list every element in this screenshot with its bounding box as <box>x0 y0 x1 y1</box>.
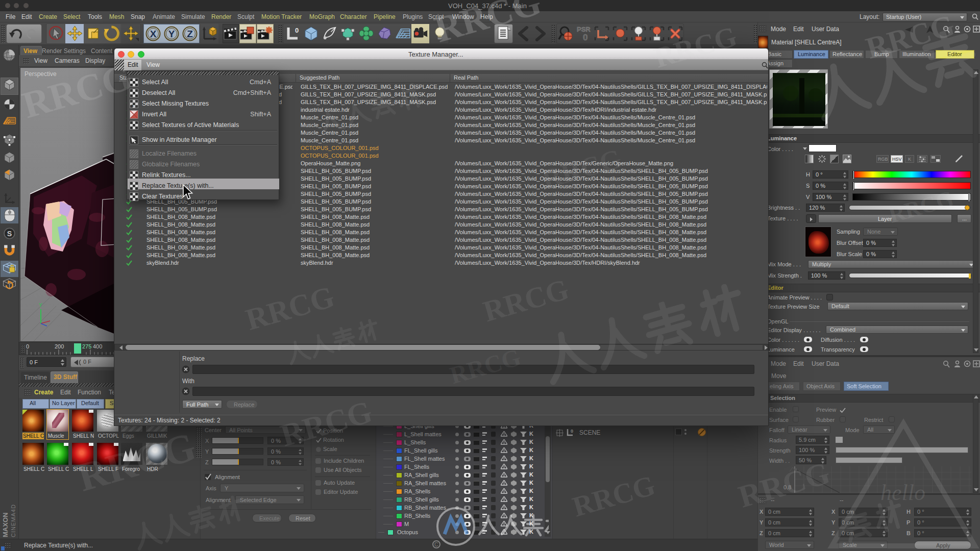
svg-text:S: S <box>7 230 12 238</box>
svg-text:0: 0 <box>295 27 299 34</box>
svg-text:X: X <box>150 29 157 39</box>
svg-text:0: 0 <box>571 429 573 434</box>
svg-text:PSR: PSR <box>577 26 591 33</box>
svg-text:Z: Z <box>187 29 193 39</box>
svg-text:275: 275 <box>82 343 91 349</box>
svg-text:Y: Y <box>168 29 175 39</box>
svg-text:200: 200 <box>55 343 64 349</box>
svg-text:400: 400 <box>93 343 102 349</box>
svg-text:Y: Y <box>39 303 42 308</box>
svg-text:0: 0 <box>583 33 587 42</box>
svg-text:0: 0 <box>26 343 29 349</box>
